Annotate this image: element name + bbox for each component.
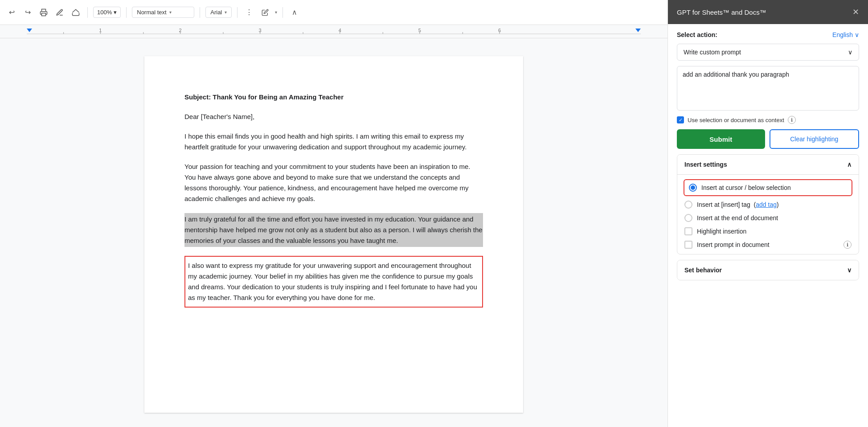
context-info-icon[interactable]: ℹ: [788, 116, 796, 124]
highlight-checkbox[interactable]: [684, 227, 692, 235]
radio-insert-tag[interactable]: Insert at [insert] tag (add tag): [684, 201, 852, 209]
divider1: [87, 7, 88, 18]
checkbox-highlight-insertion[interactable]: Highlight insertion: [684, 227, 852, 235]
font-chevron: ▾: [225, 10, 227, 15]
select-action-row: Select action: English ∨: [677, 31, 859, 38]
svg-rect-0: [42, 13, 46, 16]
select-action-label: Select action:: [677, 31, 717, 38]
style-dropdown[interactable]: Normal text ▾: [132, 7, 194, 18]
print-icon[interactable]: [37, 6, 50, 19]
english-dropdown[interactable]: English ∨: [832, 31, 859, 38]
ruler: 1 2 3 4 5 6: [0, 25, 667, 38]
context-checkbox-label: Use selection or document as context: [688, 117, 784, 123]
context-checkbox[interactable]: ✓: [677, 116, 684, 123]
undo-icon[interactable]: ↩: [5, 6, 18, 19]
doc-para2: Your passion for teaching and your commi…: [184, 161, 483, 204]
pencil-chevron: ▾: [275, 10, 277, 15]
close-icon[interactable]: ✕: [852, 7, 859, 17]
redo-icon[interactable]: ↪: [21, 6, 34, 19]
style-chevron: ▾: [169, 10, 172, 15]
radio-cursor-label: Insert at cursor / below selection: [701, 184, 791, 191]
action-dropdown-chevron: ∨: [848, 49, 852, 56]
action-dropdown[interactable]: Write custom prompt ∨: [677, 44, 859, 61]
radio-tag-circle: [684, 201, 692, 209]
highlight-label: Highlight insertion: [697, 228, 746, 235]
set-behavior-title: Set behavior: [684, 267, 722, 274]
paint-format-icon[interactable]: [70, 6, 82, 19]
radio-end-label: Insert at the end of document: [697, 214, 778, 222]
doc-greeting: Dear [Teacher's Name],: [184, 111, 483, 122]
doc-para1: I hope this email finds you in good heal…: [184, 131, 483, 152]
submit-button[interactable]: Submit: [677, 129, 765, 149]
prompt-textarea[interactable]: [677, 66, 859, 111]
clear-highlighting-button[interactable]: Clear highlighting: [770, 129, 860, 149]
insert-settings-section: Insert settings ∧ Insert at cursor / bel…: [677, 154, 859, 255]
prompt-info-icon[interactable]: ℹ: [843, 241, 852, 249]
collapse-icon[interactable]: ∧: [288, 6, 301, 19]
add-tag-link[interactable]: add tag: [756, 201, 777, 208]
insert-settings-body: Insert at cursor / below selection Inser…: [677, 174, 859, 254]
insert-settings-chevron: ∧: [847, 161, 852, 168]
spellcheck-icon[interactable]: [53, 6, 66, 19]
style-label: Normal text: [137, 9, 166, 16]
sidebar: GPT for Sheets™ and Docs™ ✕ Select actio…: [667, 0, 868, 427]
insert-settings-title: Insert settings: [684, 161, 727, 168]
sidebar-body: Select action: English ∨ Write custom pr…: [668, 24, 868, 287]
more-icon[interactable]: ⋮: [243, 6, 255, 19]
doc-para4-inserted: I also want to express my gratitude for …: [184, 256, 483, 308]
checkbox-insert-prompt[interactable]: Insert prompt in document ℹ: [684, 241, 852, 249]
zoom-chevron: ▾: [114, 9, 117, 16]
doc-container: Subject: Thank You for Being an Amazing …: [0, 38, 667, 427]
set-behavior-header[interactable]: Set behavior ∨: [677, 260, 859, 280]
action-dropdown-value: Write custom prompt: [684, 49, 741, 56]
set-behavior-chevron: ∨: [847, 267, 852, 274]
doc-page[interactable]: Subject: Thank You for Being an Amazing …: [144, 56, 523, 413]
set-behavior-section: Set behavior ∨: [677, 260, 859, 280]
font-dropdown[interactable]: Arial ▾: [205, 7, 232, 18]
doc-para3-highlighted: I am truly grateful for all the time and…: [184, 213, 483, 247]
toolbar: ↩ ↪ 100% ▾ Normal text: [0, 0, 667, 25]
doc-subject: Subject: Thank You for Being an Amazing …: [184, 92, 483, 103]
english-label: English: [832, 31, 853, 38]
english-chevron: ∨: [855, 31, 859, 38]
radio-end-circle: [684, 214, 692, 222]
pencil-icon[interactable]: [259, 6, 271, 19]
zoom-value: 100%: [97, 9, 112, 16]
font-label: Arial: [210, 9, 222, 16]
radio-insert-cursor[interactable]: Insert at cursor / below selection: [684, 179, 852, 196]
context-checkbox-row: ✓ Use selection or document as context ℹ: [677, 116, 859, 124]
divider3: [200, 7, 200, 18]
radio-insert-end[interactable]: Insert at the end of document: [684, 214, 852, 222]
sidebar-title: GPT for Sheets™ and Docs™: [677, 8, 766, 16]
sidebar-header: GPT for Sheets™ and Docs™ ✕: [668, 0, 868, 24]
zoom-control[interactable]: 100% ▾: [93, 7, 121, 18]
action-buttons: Submit Clear highlighting: [677, 129, 859, 149]
radio-tag-label: Insert at [insert] tag (add tag): [697, 201, 779, 208]
insert-settings-header[interactable]: Insert settings ∧: [677, 155, 859, 174]
prompt-checkbox[interactable]: [684, 241, 692, 249]
prompt-in-doc-label: Insert prompt in document: [697, 241, 770, 248]
docs-area: ↩ ↪ 100% ▾ Normal text: [0, 0, 667, 427]
divider5: [283, 7, 283, 18]
divider2: [126, 7, 127, 18]
divider4: [237, 7, 237, 18]
radio-cursor-circle: [689, 184, 697, 192]
